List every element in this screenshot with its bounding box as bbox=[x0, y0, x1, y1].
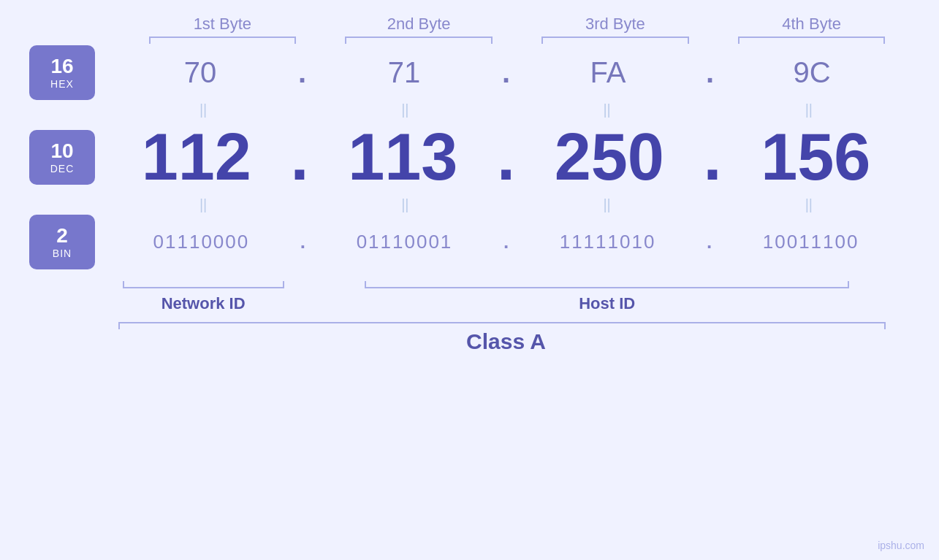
bin-values: 01110000 . 01110001 . 11111010 . 1001110… bbox=[102, 231, 910, 253]
bin-row: 2 BIN 01110000 . 01110001 . 11111010 . 1… bbox=[29, 215, 910, 269]
class-section: Class A bbox=[29, 322, 910, 354]
host-bracket-line bbox=[365, 287, 849, 288]
eq2: || bbox=[304, 100, 506, 120]
byte3-bracket bbox=[541, 37, 689, 38]
brackets-row bbox=[102, 274, 910, 288]
hex-values: 70 . 71 . FA . 9C bbox=[102, 56, 910, 89]
hex-val-1: 70 bbox=[102, 56, 298, 89]
eq1: || bbox=[102, 100, 304, 120]
byte2-bracket bbox=[345, 37, 493, 38]
eq5: || bbox=[102, 195, 304, 215]
bin-badge-label: BIN bbox=[53, 248, 72, 259]
byte2-label: 2nd Byte bbox=[387, 15, 451, 33]
class-label: Class A bbox=[102, 329, 910, 354]
dec-row: 10 DEC 112 . 113 . 250 . 156 bbox=[29, 120, 910, 195]
dec-badge-number: 10 bbox=[50, 140, 73, 163]
byte4-bracket bbox=[738, 37, 886, 38]
byte-header-2: 2nd Byte bbox=[321, 15, 517, 38]
network-bracket bbox=[102, 274, 304, 288]
dec-val-3: 250 bbox=[515, 120, 703, 195]
bin-badge-number: 2 bbox=[56, 225, 68, 248]
main-container: 1st Byte 2nd Byte 3rd Byte 4th Byte 16 H… bbox=[0, 0, 939, 560]
bin-val-4: 10011100 bbox=[712, 231, 910, 253]
dec-val-2: 113 bbox=[309, 120, 497, 195]
dec-val-4: 156 bbox=[722, 120, 910, 195]
host-id-label: Host ID bbox=[304, 294, 910, 313]
byte-headers-row: 1st Byte 2nd Byte 3rd Byte 4th Byte bbox=[29, 15, 910, 38]
dec-badge: 10 DEC bbox=[29, 130, 95, 185]
byte4-label: 4th Byte bbox=[782, 15, 841, 33]
eq6: || bbox=[304, 195, 506, 215]
bin-val-1: 01110000 bbox=[102, 231, 300, 253]
eq4: || bbox=[708, 100, 910, 120]
labels-row: Network ID Host ID bbox=[102, 294, 910, 313]
hex-badge-label: HEX bbox=[50, 78, 74, 90]
bin-val-3: 11111010 bbox=[509, 231, 707, 253]
dec-val-1: 112 bbox=[102, 120, 290, 195]
eq-row-1: || || || || bbox=[29, 100, 910, 120]
eq3: || bbox=[506, 100, 708, 120]
eq7: || bbox=[506, 195, 708, 215]
hex-val-3: FA bbox=[510, 56, 706, 89]
bottom-section: Network ID Host ID bbox=[29, 274, 910, 313]
byte1-bracket bbox=[149, 37, 297, 38]
eq-row-2: || || || || bbox=[29, 195, 910, 215]
byte-header-4: 4th Byte bbox=[713, 15, 910, 38]
byte1-label: 1st Byte bbox=[194, 15, 251, 33]
network-id-label: Network ID bbox=[102, 294, 304, 313]
watermark: ipshu.com bbox=[878, 540, 924, 551]
hex-badge: 16 HEX bbox=[29, 45, 95, 100]
bin-badge: 2 BIN bbox=[29, 215, 95, 269]
class-bracket-line bbox=[118, 322, 886, 323]
byte3-label: 3rd Byte bbox=[585, 15, 645, 33]
hex-val-2: 71 bbox=[306, 56, 502, 89]
dec-badge-label: DEC bbox=[50, 163, 75, 174]
byte-header-1: 1st Byte bbox=[124, 15, 321, 38]
eq8: || bbox=[708, 195, 910, 215]
bin-val-2: 01110001 bbox=[305, 231, 503, 253]
network-bracket-line bbox=[123, 287, 284, 288]
dec-values: 112 . 113 . 250 . 156 bbox=[102, 120, 910, 195]
hex-badge-number: 16 bbox=[50, 55, 73, 78]
hex-row: 16 HEX 70 . 71 . FA . 9C bbox=[29, 45, 910, 100]
host-bracket bbox=[304, 274, 910, 288]
hex-val-4: 9C bbox=[714, 56, 910, 89]
byte-header-3: 3rd Byte bbox=[517, 15, 714, 38]
